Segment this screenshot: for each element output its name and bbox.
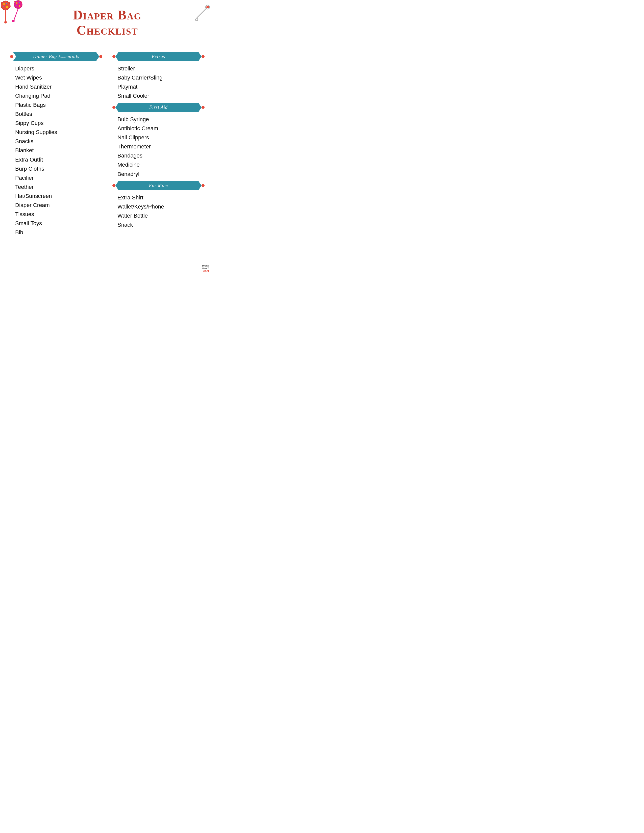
page-title: Diaper Bag Checklist [10,8,204,38]
list-item: Diapers [15,64,102,73]
list-item: Pacifier [15,174,102,182]
svg-point-6 [9,2,10,3]
svg-point-12 [16,2,18,4]
banner-dot-right [99,55,102,58]
svg-point-7 [10,6,11,7]
svg-point-17 [21,2,22,3]
brand-watermark: MUST HAVE MOM [202,265,210,273]
svg-point-24 [206,6,209,8]
list-item: Antibiotic Cream [118,124,204,133]
list-item: Bulb Syringe [118,115,204,124]
list-item: Sippy Cups [15,119,102,128]
list-item: Nail Clippers [118,133,204,142]
list-item: Diaper Cream [15,201,102,210]
svg-point-4 [6,6,8,8]
list-item: Bib [15,228,102,237]
svg-point-1 [3,3,5,5]
essentials-banner: Diaper Bag Essentials [10,52,102,61]
list-item: Baby Carrier/Sling [118,73,204,82]
svg-point-3 [3,6,4,7]
section-list-1: Bulb SyringeAntibiotic CreamNail Clipper… [113,115,204,179]
section-list-2: Extra ShirtWallet/Keys/PhoneWater Bottle… [113,193,204,230]
list-item: Changing Pad [15,92,102,100]
banner-dot-left [113,106,116,109]
page-header: Diaper Bag Checklist [10,8,204,42]
list-item: Stroller [118,64,204,73]
main-content: Diaper Bag Essentials DiapersWet WipesHa… [10,50,204,237]
list-item: Hat/Sunscreen [15,191,102,201]
section-banner-1: First Aid [113,103,204,112]
list-item: Blanket [15,146,102,155]
svg-point-15 [19,5,21,7]
list-item: Burp Cloths [15,164,102,174]
section-label-1: First Aid [116,103,201,112]
list-item: Plastic Bags [15,100,102,109]
svg-point-10 [4,21,7,24]
list-item: Bandages [118,151,204,160]
svg-point-14 [16,5,17,6]
list-item: Wallet/Keys/Phone [118,202,204,211]
svg-point-2 [6,3,7,4]
list-item: Teether [15,182,102,191]
section-banner-0: Extras [113,52,204,61]
banner-dot-left [113,55,116,58]
banner-dot-right [201,106,204,109]
section-banner-2: For Mom [113,181,204,190]
list-item: Snack [118,220,204,230]
left-column: Diaper Bag Essentials DiapersWet WipesHa… [10,50,102,237]
banner-dot-right [201,55,204,58]
list-item: Nursing Supplies [15,128,102,137]
svg-point-8 [1,2,2,3]
list-item: Snacks [15,137,102,146]
list-item: Small Toys [15,219,102,228]
svg-point-16 [18,0,19,1]
section-label-2: For Mom [116,181,201,190]
banner-dot-right [201,184,204,187]
essentials-list: DiapersWet WipesHand SanitizerChanging P… [10,64,102,237]
list-item: Wet Wipes [15,73,102,82]
svg-point-5 [5,1,6,2]
list-item: Small Cooler [118,92,204,100]
list-item: Tissues [15,210,102,219]
section-label-0: Extras [116,52,201,61]
list-item: Bottles [15,109,102,119]
svg-point-19 [14,1,15,2]
list-item: Medicine [118,160,204,169]
list-item: Benadryl [118,170,204,179]
section-list-0: StrollerBaby Carrier/SlingPlaymatSmall C… [113,64,204,100]
banner-dot-left [10,55,13,58]
svg-point-13 [19,2,20,3]
list-item: Playmat [118,82,204,92]
svg-point-18 [21,5,23,6]
list-item: Water Bottle [118,211,204,220]
list-item: Extra Shirt [118,193,204,202]
essentials-banner-label: Diaper Bag Essentials [13,52,99,61]
banner-dot-left [113,184,116,187]
right-column: ExtrasStrollerBaby Carrier/SlingPlaymatS… [113,50,204,237]
list-item: Hand Sanitizer [15,82,102,92]
list-item: Thermometer [118,142,204,151]
list-item: Extra Outfit [15,155,102,164]
